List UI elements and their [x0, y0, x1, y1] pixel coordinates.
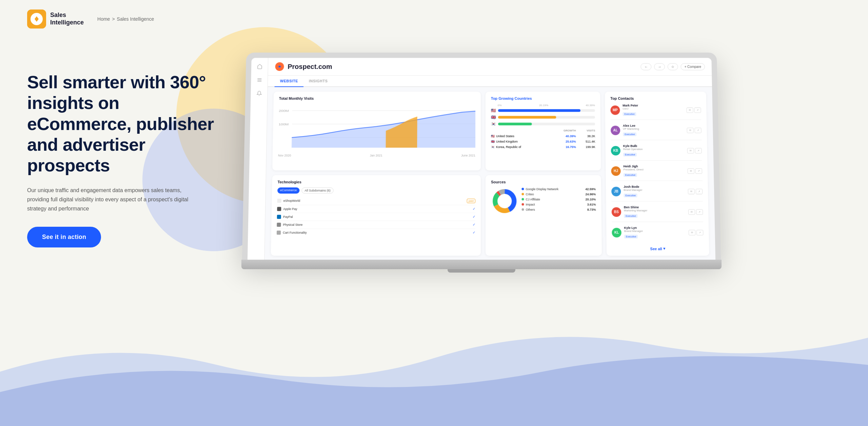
source-item-3: Impact 3.61%: [521, 203, 596, 206]
list-item: Cart Functionality ✓: [277, 229, 475, 236]
flag-kr: 🇰🇷: [491, 122, 496, 126]
logo[interactable]: Sales Intelligence: [27, 10, 84, 29]
table-row: 🇺🇸 United States 40.39% 38.2K: [491, 133, 595, 139]
compare-button[interactable]: + Compare: [681, 63, 705, 70]
contact-item-6: KL Kyle Lyn Brand Manager Executive ✉: [612, 226, 704, 242]
contact-avatar-2: KB: [611, 146, 620, 155]
contact-btn-link-1[interactable]: ↗: [694, 128, 701, 133]
svg-text:200M: 200M: [279, 109, 289, 112]
contact-avatar-3: HJ: [611, 166, 620, 176]
sources-card: Sources: [486, 175, 602, 256]
contacts-title: Top Contacts: [610, 96, 701, 100]
breadcrumb-home[interactable]: Home: [97, 16, 110, 22]
sources-title: Sources: [491, 180, 596, 184]
check-icon: ✓: [473, 230, 475, 234]
tech-tabs: eCommerce All Subdomains (6): [277, 187, 475, 193]
technologies-card: Technologies eCommerce All Subdomains (6…: [271, 175, 481, 256]
tab-website[interactable]: WEBSITE: [275, 76, 304, 87]
contact-info-3: Heidi Jigh President, Direct Executive: [623, 165, 685, 177]
tech-title: Technologies: [278, 180, 475, 184]
laptop-base: [241, 260, 722, 269]
right-section: Prospect.com ← → ☆ + Compare: [244, 52, 841, 269]
contact-avatar-5: BS: [612, 207, 621, 217]
flag-us: 🇺🇸: [491, 108, 496, 113]
dashboard-main: Prospect.com ← → ☆ + Compare: [264, 58, 715, 261]
contact-info-4: Josh Bode Brand Manager Executive: [624, 185, 685, 198]
main-content: Sell smarter with 360° insights on eComm…: [0, 38, 868, 269]
sidebar-bell-icon[interactable]: [255, 89, 263, 97]
laptop-mockup: Prospect.com ← → ☆ + Compare: [244, 52, 719, 269]
sidebar-home-icon[interactable]: [255, 62, 263, 71]
contact-btn-link-6[interactable]: ↗: [696, 230, 703, 235]
contact-avatar-0: MP: [610, 105, 620, 115]
hero-description: Our unique traffic and engagement data e…: [27, 186, 190, 214]
list-item: Apple Pay ✓: [277, 205, 475, 213]
check-icon: ✓: [473, 223, 475, 226]
contact-item-4: JB Josh Bode Brand Manager Executive ✉: [611, 185, 703, 201]
svg-text:100M: 100M: [279, 123, 289, 126]
nav-back-button[interactable]: ←: [640, 63, 651, 70]
contact-btn-link-4[interactable]: ↗: [696, 189, 703, 194]
contact-item-0: MP Mark Peter CEO Executive ✉: [610, 104, 701, 120]
contact-actions-6: ✉ ↗: [689, 230, 704, 235]
svg-point-16: [499, 196, 510, 206]
company-icon: [275, 62, 284, 71]
contact-actions-2: ✉ ↗: [687, 148, 702, 153]
country-row-kr: 🇰🇷: [491, 122, 595, 126]
source-dot-1: [521, 193, 524, 195]
contact-btn-email-1[interactable]: ✉: [687, 128, 694, 133]
source-item-0: Google Display Network 42.59%: [521, 187, 596, 191]
table-row: 🇰🇷 Korea, Republic of 16.75% 199.9K: [491, 144, 595, 150]
contact-item-5: BS Ben Shine Marketing Manager Executive…: [612, 206, 703, 222]
contact-btn-link-3[interactable]: ↗: [695, 168, 702, 174]
tech-tab-subdomains[interactable]: All Subdomains (6): [301, 187, 334, 193]
sources-content: Google Display Network 42.59% Criteo 24.…: [491, 187, 596, 215]
contact-actions-0: ✉ ↗: [686, 107, 701, 113]
tech-tab-ecommerce[interactable]: eCommerce: [277, 187, 300, 193]
contact-btn-link-5[interactable]: ↗: [696, 209, 703, 215]
contact-btn-email-3[interactable]: ✉: [688, 168, 694, 174]
contact-info-2: Kyle Bulb Retail Operation Executive: [623, 144, 685, 157]
company-logo-area: Prospect.com: [275, 62, 332, 71]
source-dot-0: [521, 188, 524, 190]
contact-btn-link-2[interactable]: ↗: [695, 148, 702, 153]
contact-actions-3: ✉ ↗: [688, 168, 702, 174]
check-icon: ✓: [473, 215, 475, 219]
contact-btn-email-4[interactable]: ✉: [688, 189, 695, 194]
bar-kr: [498, 123, 595, 125]
tech-list: eShopWorld paid Apple Pay: [277, 197, 475, 236]
logo-text: Sales Intelligence: [50, 12, 84, 26]
laptop-screen-inner: Prospect.com ← → ☆ + Compare: [248, 58, 715, 261]
contacts-card: Top Contacts MP Mark Peter CEO Executive: [605, 92, 709, 256]
contact-item-3: HJ Heidi Jigh President, Direct Executiv…: [611, 165, 702, 181]
source-item-2: CJ Affiliate 20.10%: [521, 198, 596, 201]
nav-forward-button[interactable]: →: [654, 63, 665, 70]
tab-insights[interactable]: INSIGHTS: [303, 76, 333, 87]
contact-btn-email-2[interactable]: ✉: [687, 148, 694, 153]
chart-area: 200M 100M: [278, 104, 475, 151]
list-item: PayPal ✓: [277, 213, 475, 221]
header: Sales Intelligence Home > Sales Intellig…: [0, 0, 868, 38]
breadcrumb-current: Sales Intelligence: [117, 16, 154, 22]
contact-info-5: Ben Shine Marketing Manager Executive: [624, 206, 686, 218]
see-all-button[interactable]: See all ▾: [612, 246, 704, 251]
dashboard-body: Total Monthly Visits 20: [264, 87, 715, 260]
cta-button[interactable]: See it in action: [27, 227, 101, 247]
countries-title: Top Growing Countries: [491, 96, 595, 100]
contact-btn-email-5[interactable]: ✉: [688, 209, 695, 215]
dashboard: Prospect.com ← → ☆ + Compare: [248, 58, 715, 261]
sources-list: Google Display Network 42.59% Criteo 24.…: [521, 187, 596, 215]
favorite-button[interactable]: ☆: [668, 63, 678, 70]
sidebar-menu-icon[interactable]: [255, 76, 263, 84]
contact-info-1: Alex Lee VP Marketing Executive: [623, 124, 684, 136]
visits-chart-card: Total Monthly Visits 20: [272, 92, 481, 170]
bottom-wave: [0, 311, 868, 426]
contact-btn-email-6[interactable]: ✉: [689, 230, 695, 235]
contact-item-1: AL Alex Lee VP Marketing Executive ✉: [611, 124, 702, 140]
contact-btn-link-0[interactable]: ↗: [694, 107, 701, 113]
donut-chart: [491, 187, 518, 215]
contact-btn-email-0[interactable]: ✉: [686, 107, 693, 113]
company-name: Prospect.com: [288, 63, 332, 71]
header-actions: ← → ☆ + Compare: [640, 63, 705, 70]
chart-x-labels: Nov 2020 Jan 2021 June 2021: [278, 154, 475, 157]
